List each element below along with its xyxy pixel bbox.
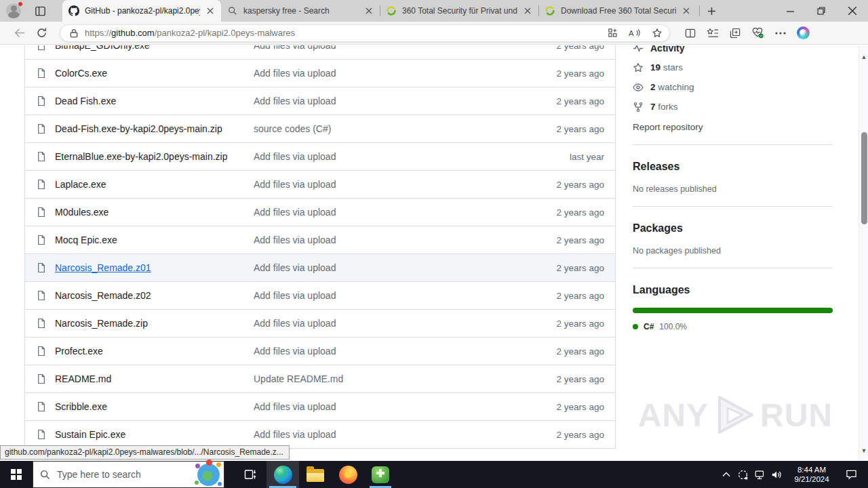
- file-name-link[interactable]: BitmapE_GDIOnly.exe: [55, 45, 150, 51]
- browser-tab[interactable]: 360 Total Security für Privat und G: [380, 0, 538, 22]
- network-tray-icon[interactable]: [751, 470, 768, 480]
- read-aloud-icon[interactable]: A: [629, 28, 641, 38]
- taskbar-explorer-button[interactable]: [299, 461, 332, 488]
- copilot-icon[interactable]: [797, 26, 810, 39]
- file-name-link[interactable]: Narcosis_Remade.z02: [55, 290, 151, 301]
- tab-close-button[interactable]: [364, 7, 374, 14]
- language-bar[interactable]: [633, 308, 833, 313]
- table-row[interactable]: README.md Update README.md 2 years ago: [25, 365, 615, 393]
- search-highlights-icon[interactable]: [197, 464, 220, 486]
- tab-close-button[interactable]: [523, 7, 532, 14]
- table-row[interactable]: Dead Fish.exe Add files via upload 2 yea…: [25, 87, 615, 115]
- favorites-icon[interactable]: [707, 28, 719, 39]
- table-row[interactable]: Profect.exe Add files via upload 2 years…: [25, 338, 615, 365]
- file-name-link[interactable]: Narcosis_Remade.z01: [55, 262, 151, 273]
- file-name-link[interactable]: Mocq Epic.exe: [55, 235, 117, 245]
- table-row[interactable]: Scribble.exe Add files via upload 2 year…: [25, 393, 615, 421]
- back-button[interactable]: [7, 26, 30, 39]
- repo-stat-link[interactable]: 19 stars: [633, 58, 833, 77]
- commit-message-link[interactable]: Add files via upload: [254, 45, 509, 51]
- commit-message-link[interactable]: Add files via upload: [254, 346, 509, 357]
- file-name-link[interactable]: Dead-Fish.exe-by-kapi2.0peys-main.zip: [55, 123, 222, 134]
- table-row[interactable]: EternalBlue.exe-by-kapi2.0peys-main.zip …: [25, 143, 615, 171]
- page-scrollbar[interactable]: ▲ ▼: [859, 45, 868, 461]
- table-row[interactable]: Narcosis_Remade.z01 Add files via upload…: [25, 254, 615, 282]
- file-name-link[interactable]: M0dules.exe: [55, 207, 108, 218]
- split-screen-icon[interactable]: [685, 28, 696, 39]
- commit-message-link[interactable]: source codes (C#): [254, 123, 509, 134]
- table-row[interactable]: Dead-Fish.exe-by-kapi2.0peys-main.zip so…: [25, 115, 615, 143]
- browser-tab[interactable]: Download Free 360 Total Security: [538, 0, 697, 22]
- commit-message-link[interactable]: Add files via upload: [254, 318, 509, 329]
- browser-tab[interactable]: GitHub - pankoza2-pl/kapi2.0pey: [62, 0, 221, 22]
- browser-essentials-icon[interactable]: [751, 27, 764, 39]
- file-name-link[interactable]: EternalBlue.exe-by-kapi2.0peys-main.zip: [55, 151, 227, 162]
- commit-message-link[interactable]: Add files via upload: [254, 96, 509, 106]
- tab-close-button[interactable]: [682, 7, 691, 14]
- commit-message-link[interactable]: Add files via upload: [254, 151, 509, 162]
- address-bar[interactable]: https://github.com/pankoza2-pl/kapi2.0pe…: [60, 24, 670, 42]
- screen-recorder-tray-icon[interactable]: [734, 469, 751, 481]
- section-title[interactable]: Releases: [633, 159, 833, 175]
- commit-message-link[interactable]: Add files via upload: [254, 207, 509, 218]
- search-placeholder: Type here to search: [57, 469, 141, 480]
- file-name-link[interactable]: README.md: [55, 373, 111, 384]
- commit-message-link[interactable]: Update README.md: [254, 373, 509, 384]
- tab-actions-button[interactable]: [27, 0, 53, 22]
- close-button[interactable]: [837, 0, 868, 22]
- table-row[interactable]: Narcosis_Remade.z02 Add files via upload…: [25, 282, 615, 310]
- taskbar-search[interactable]: Type here to search: [33, 461, 224, 488]
- volume-tray-icon[interactable]: [768, 470, 785, 480]
- taskbar-360ts-button[interactable]: [364, 461, 397, 488]
- commit-message-link[interactable]: Add files via upload: [254, 179, 509, 190]
- refresh-button[interactable]: [30, 27, 53, 39]
- file-name-link[interactable]: Dead Fish.exe: [55, 96, 116, 106]
- start-button[interactable]: [0, 461, 33, 488]
- table-row[interactable]: M0dules.exe Add files via upload 2 years…: [25, 199, 615, 226]
- collections-icon[interactable]: [730, 28, 741, 39]
- taskbar-clock[interactable]: 8:44 AM 9/21/2024: [788, 465, 835, 484]
- minimize-button[interactable]: [774, 0, 806, 22]
- restore-button[interactable]: [806, 0, 837, 22]
- commit-message-link[interactable]: Add files via upload: [254, 290, 509, 301]
- table-row[interactable]: ColorCs.exe Add files via upload 2 years…: [25, 60, 615, 87]
- table-row[interactable]: BitmapE_GDIOnly.exe Add files via upload…: [25, 45, 615, 60]
- apps-grid-icon[interactable]: [608, 28, 618, 38]
- file-icon: [36, 318, 47, 329]
- table-row[interactable]: Sustain Epic.exe Add files via upload 2 …: [25, 421, 615, 449]
- file-name-link[interactable]: Narcosis_Remade.zip: [55, 318, 148, 329]
- new-tab-button[interactable]: [701, 0, 722, 22]
- hidden-icons-chevron[interactable]: [717, 472, 734, 477]
- taskbar-firefox-button[interactable]: [332, 461, 364, 488]
- section-title[interactable]: Packages: [633, 220, 833, 237]
- repo-stat-link[interactable]: 7 forks: [633, 97, 833, 117]
- repo-stat-link[interactable]: 2 watching: [633, 77, 833, 97]
- commit-message-link[interactable]: Add files via upload: [254, 262, 509, 273]
- scrollbar-thumb[interactable]: [861, 132, 867, 224]
- action-center-button[interactable]: [838, 469, 864, 480]
- commit-message-link[interactable]: Add files via upload: [254, 429, 509, 440]
- scroll-up-arrow[interactable]: ▲: [859, 52, 868, 62]
- file-name-link[interactable]: Profect.exe: [55, 346, 103, 357]
- file-name-link[interactable]: Laplace.exe: [55, 179, 106, 190]
- browser-tab[interactable]: kaspersky free - Search: [221, 0, 380, 22]
- table-row[interactable]: Narcosis_Remade.zip Add files via upload…: [25, 310, 615, 338]
- settings-ellipsis-icon[interactable]: [775, 32, 786, 35]
- file-name-link[interactable]: ColorCs.exe: [55, 68, 107, 79]
- table-row[interactable]: Mocq Epic.exe Add files via upload 2 yea…: [25, 226, 615, 254]
- sidebar-item-activity[interactable]: Activity: [633, 45, 833, 55]
- language-item[interactable]: C# 100.0%: [633, 322, 833, 331]
- table-row[interactable]: Laplace.exe Add files via upload 2 years…: [25, 171, 615, 199]
- report-repository-link[interactable]: Report repository: [633, 121, 833, 134]
- tab-close-button[interactable]: [205, 7, 215, 14]
- commit-message-link[interactable]: Add files via upload: [254, 401, 509, 412]
- commit-message-link[interactable]: Add files via upload: [254, 235, 509, 245]
- file-name-link[interactable]: Scribble.exe: [55, 401, 107, 412]
- scroll-down-arrow[interactable]: ▼: [859, 446, 868, 455]
- commit-message-link[interactable]: Add files via upload: [254, 68, 509, 79]
- browser-profile-button[interactable]: [0, 0, 27, 22]
- favorite-star-icon[interactable]: [652, 28, 663, 39]
- task-view-button[interactable]: [234, 461, 267, 488]
- taskbar-edge-button[interactable]: [267, 461, 299, 488]
- file-name-link[interactable]: Sustain Epic.exe: [55, 429, 125, 440]
